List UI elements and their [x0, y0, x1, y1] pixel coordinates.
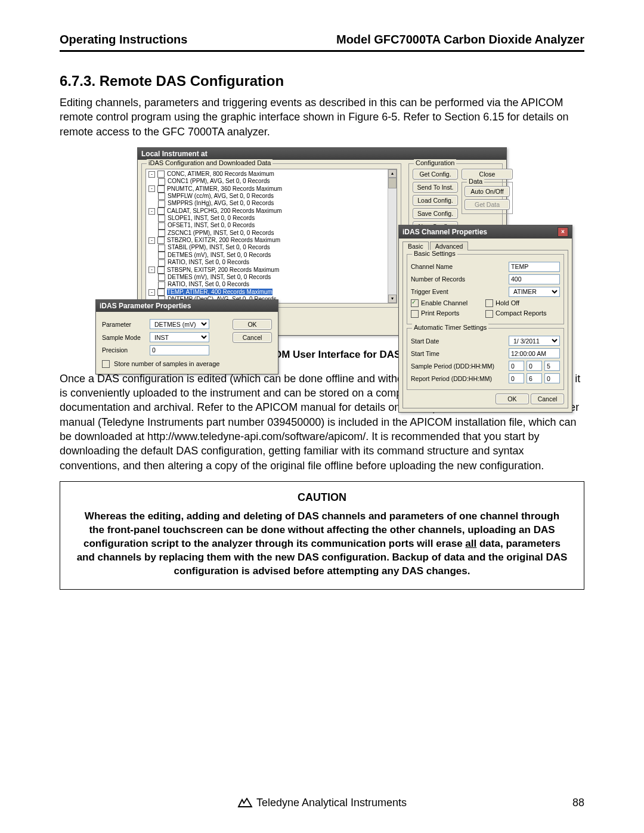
data-group: Data Auto On/Off Get Data [462, 182, 513, 214]
print-reports-checkbox[interactable] [411, 310, 419, 318]
print-reports-label: Print Reports [421, 309, 459, 317]
scroll-thumb[interactable] [388, 178, 397, 188]
send-to-inst-button[interactable]: Send To Inst. [413, 182, 458, 193]
nrec-input[interactable] [509, 274, 560, 284]
param-select[interactable]: DETMES (mV) [150, 319, 209, 329]
close-icon[interactable]: × [558, 227, 568, 237]
teledyne-logo-icon [237, 798, 253, 809]
enable-channel-label: Enable Channel [421, 299, 467, 306]
paramprops-titlebar: iDAS Parameter Properties [96, 300, 278, 312]
sp-ddd[interactable] [509, 361, 524, 371]
trig-select[interactable]: ATIMER [509, 287, 560, 297]
sample-mode-label: Sample Mode [102, 334, 150, 341]
precision-input[interactable] [150, 345, 209, 355]
save-config-button[interactable]: Save Config. [413, 208, 458, 219]
sp-mm[interactable] [544, 361, 560, 371]
compact-reports-checkbox[interactable] [485, 310, 493, 318]
start-date-input[interactable]: 1/ 3/2011 [509, 336, 560, 346]
caution-heading: CAUTION [76, 491, 568, 504]
chprops-title: iDAS Channel Properties [402, 228, 487, 236]
paramprops-ok-button[interactable]: OK [233, 319, 272, 330]
channel-tree[interactable]: ▴ ▾ -CONC, ATIMER, 800 Records MaximumCO… [145, 169, 397, 304]
tab-advanced[interactable]: Advanced [430, 241, 469, 250]
header-right: Model GFC7000TA Carbon Dioxide Analyzer [336, 33, 584, 47]
idas-tree-legend: iDAS Configuration and Downloaded Data [147, 159, 273, 166]
basic-settings-legend: Basic Settings [412, 250, 457, 257]
nrec-label: Number of Records [411, 275, 509, 283]
intro-paragraph: Editing channels, parameters and trigger… [60, 95, 584, 139]
main-title: Local Instrument at [141, 150, 208, 158]
channel-properties-dialog: iDAS Channel Properties × Basic Advanced… [398, 225, 572, 413]
header-left: Operating Instructions [60, 33, 187, 47]
paramprops-title: iDAS Parameter Properties [100, 302, 191, 310]
load-config-button[interactable]: Load Config. [413, 195, 458, 206]
start-time-label: Start Time [411, 350, 509, 357]
scroll-up[interactable]: ▴ [388, 169, 397, 178]
caution-body: Whereas the editing, adding and deleting… [76, 510, 568, 578]
param-properties-dialog: iDAS Parameter Properties Parameter DETM… [95, 299, 278, 375]
precision-label: Precision [102, 346, 150, 354]
ats-group: Automatic Timer Settings Start Date 1/ 3… [407, 328, 564, 390]
rp-hh[interactable] [527, 373, 542, 383]
auto-onoff-button[interactable]: Auto On/Off [465, 186, 510, 197]
rp-mm[interactable] [544, 373, 560, 383]
start-time-input[interactable] [509, 348, 560, 358]
holdoff-checkbox[interactable] [485, 299, 493, 307]
sample-mode-select[interactable]: INST [150, 332, 209, 342]
store-samples-checkbox[interactable] [102, 360, 110, 368]
enable-channel-checkbox[interactable] [411, 299, 419, 307]
start-date-label: Start Date [411, 337, 509, 345]
get-data-button-disabled: Get Data [465, 199, 510, 210]
scroll-down[interactable]: ▾ [388, 295, 397, 303]
sample-period-label: Sample Period (DDD:HH:MM) [411, 363, 509, 370]
trig-label: Trigger Event [411, 288, 509, 295]
config-legend: Configuration [414, 159, 456, 166]
chname-input[interactable] [509, 262, 560, 272]
data-legend: Data [467, 178, 484, 185]
chprops-cancel-button[interactable]: Cancel [531, 394, 564, 404]
footer-company: Teledyne Analytical Instruments [256, 797, 407, 809]
chname-label: Channel Name [411, 263, 509, 270]
tree-scrollbar[interactable]: ▴ ▾ [388, 169, 397, 303]
tab-basic[interactable]: Basic [402, 241, 429, 250]
store-samples-label: Store number of samples in average [114, 360, 219, 367]
page-footer: Teledyne Analytical Instruments 88 [60, 797, 584, 809]
section-heading: 6.7.3. Remote DAS Configuration [60, 73, 584, 89]
ats-legend: Automatic Timer Settings [412, 324, 488, 331]
chprops-titlebar: iDAS Channel Properties × [399, 225, 572, 239]
get-config-button[interactable]: Get Config. [413, 169, 458, 179]
idas-tree-group: iDAS Configuration and Downloaded Data ▴… [141, 163, 401, 308]
basic-settings-group: Basic Settings Channel Name Number of Re… [407, 254, 564, 324]
param-label: Parameter [102, 321, 150, 328]
rp-ddd[interactable] [509, 373, 524, 383]
report-period-label: Report Period (DDD:HH:MM) [411, 375, 509, 382]
sp-hh[interactable] [527, 361, 542, 371]
compact-reports-label: Compact Reports [496, 309, 547, 317]
main-titlebar: Local Instrument at [138, 148, 506, 160]
chprops-ok-button[interactable]: OK [496, 394, 529, 404]
caution-box: CAUTION Whereas the editing, adding and … [60, 481, 584, 590]
figure-composite: Local Instrument at iDAS Configuration a… [137, 147, 507, 336]
paramprops-cancel-button[interactable]: Cancel [233, 332, 272, 343]
holdoff-label: Hold Off [496, 299, 519, 306]
